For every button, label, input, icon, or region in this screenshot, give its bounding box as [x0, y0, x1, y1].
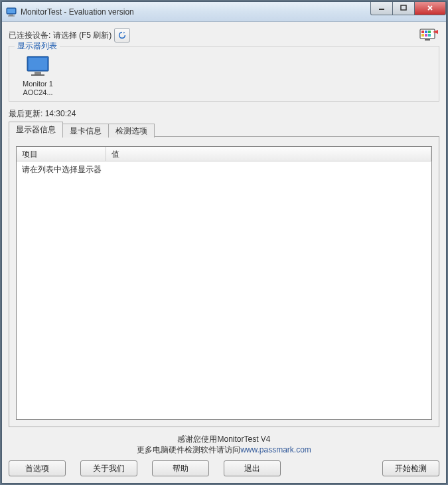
- info-table: 项目 值 请在列表中选择显示器: [16, 146, 432, 420]
- minimize-button[interactable]: [370, 2, 393, 15]
- svg-rect-1: [7, 9, 15, 13]
- footer-line1: 感谢您使用MonitorTest V4: [9, 434, 439, 444]
- start-test-button[interactable]: 开始检测: [382, 460, 439, 476]
- app-icon: [6, 7, 17, 17]
- preferences-button[interactable]: 首选项: [9, 460, 66, 476]
- last-update: 最后更新: 14:30:24: [9, 108, 439, 120]
- svg-rect-7: [421, 31, 424, 33]
- tab-panel: 项目 值 请在列表中选择显示器: [9, 136, 439, 427]
- table-header: 项目 值: [17, 147, 431, 161]
- footer-line2: 更多电脑硬件检测软件请访问www.passmark.com: [9, 444, 439, 455]
- svg-rect-8: [425, 31, 427, 33]
- tab-strip: 显示器信息 显卡信息 检测选项: [9, 122, 439, 137]
- tab-gpu-info[interactable]: 显卡信息: [62, 124, 109, 138]
- table-body: 请在列表中选择显示器: [17, 161, 431, 419]
- svg-rect-10: [421, 34, 424, 37]
- about-button[interactable]: 关于我们: [80, 460, 137, 476]
- table-message: 请在列表中选择显示器: [22, 164, 426, 175]
- button-row: 首选项 关于我们 帮助 退出 开始检测: [9, 460, 439, 476]
- toolbar: 已连接设备: 请选择 (F5 刷新): [9, 26, 439, 45]
- exit-button[interactable]: 退出: [224, 460, 281, 476]
- monitor-color-icon: [418, 28, 439, 43]
- tab-test-options[interactable]: 检测选项: [108, 124, 155, 138]
- monitor-list-group: 显示器列表 Monitor 1 AOC24...: [9, 46, 439, 102]
- svg-rect-13: [425, 39, 430, 41]
- help-button[interactable]: 帮助: [152, 460, 209, 476]
- tab-monitor-info[interactable]: 显示器信息: [9, 122, 63, 138]
- svg-rect-12: [428, 34, 431, 37]
- monitor-name: Monitor 1: [15, 80, 61, 88]
- content-area: 已连接设备: 请选择 (F5 刷新): [2, 22, 446, 483]
- svg-rect-11: [425, 34, 427, 37]
- app-window: MonitorTest - Evaluation version 已连接设备: …: [1, 1, 447, 484]
- monitor-item[interactable]: Monitor 1 AOC24...: [15, 53, 61, 97]
- svg-rect-4: [379, 9, 384, 10]
- last-update-label: 最后更新:: [9, 109, 42, 118]
- svg-rect-3: [8, 15, 15, 16]
- refresh-icon: [117, 31, 127, 40]
- refresh-button[interactable]: [114, 28, 130, 43]
- connected-devices-label: 已连接设备: 请选择 (F5 刷新): [9, 30, 112, 41]
- column-item[interactable]: 项目: [17, 147, 106, 161]
- svg-rect-5: [401, 5, 406, 10]
- monitor-model: AOC24...: [15, 88, 61, 97]
- window-controls: [371, 2, 446, 15]
- svg-rect-16: [35, 72, 41, 74]
- column-value[interactable]: 值: [106, 147, 431, 161]
- footer-text: 感谢您使用MonitorTest V4 更多电脑硬件检测软件请访问www.pas…: [9, 434, 439, 455]
- passmark-link[interactable]: www.passmark.com: [240, 445, 311, 454]
- monitor-icon: [15, 53, 61, 80]
- maximize-button[interactable]: [392, 2, 415, 15]
- svg-rect-9: [428, 31, 431, 33]
- svg-rect-2: [9, 15, 13, 16]
- last-update-value: 14:30:24: [45, 109, 76, 118]
- svg-rect-17: [31, 74, 44, 76]
- close-button[interactable]: [414, 2, 446, 15]
- svg-rect-15: [29, 58, 47, 70]
- window-title: MonitorTest - Evaluation version: [21, 7, 371, 17]
- monitor-list-title: 显示器列表: [15, 41, 60, 52]
- monitor-list: Monitor 1 AOC24...: [15, 49, 433, 97]
- titlebar[interactable]: MonitorTest - Evaluation version: [2, 2, 446, 22]
